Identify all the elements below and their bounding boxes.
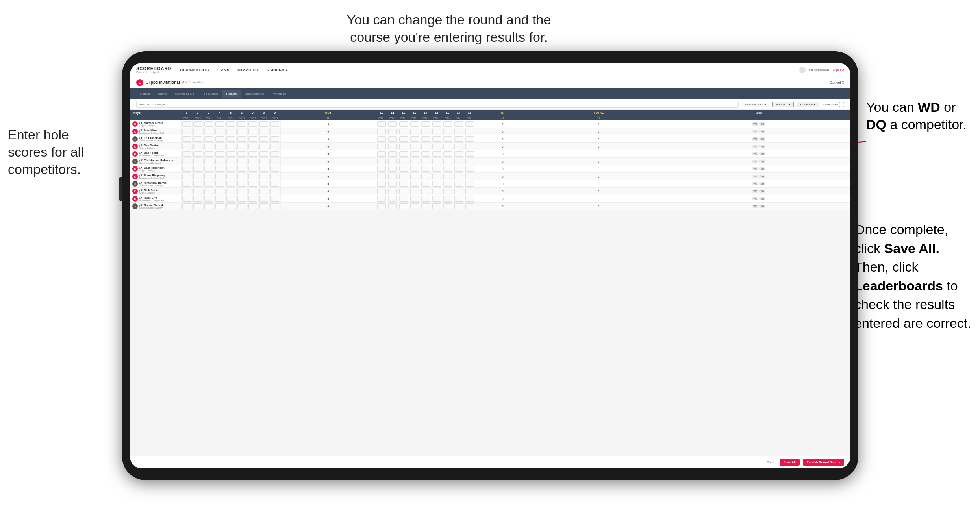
score-input-hole-7[interactable]	[248, 144, 257, 149]
score-input-hole-4[interactable]	[215, 181, 224, 187]
score-input-hole-9[interactable]	[270, 196, 279, 202]
tab-results[interactable]: Results	[222, 90, 241, 98]
score-hole-3[interactable]	[203, 188, 214, 195]
score-hole-17[interactable]	[453, 203, 464, 210]
score-hole-2[interactable]	[192, 203, 203, 210]
score-input-hole-3[interactable]	[204, 136, 213, 142]
score-input-hole-11[interactable]	[388, 129, 397, 134]
score-hole-14[interactable]	[420, 188, 431, 195]
publish-button[interactable]: Publish Round Scores	[803, 459, 844, 466]
score-hole-15[interactable]	[431, 128, 442, 135]
score-input-hole-18[interactable]	[465, 174, 474, 179]
score-input-hole-6[interactable]	[237, 159, 246, 164]
score-hole-14[interactable]	[420, 158, 431, 165]
score-input-hole-6[interactable]	[237, 121, 246, 127]
score-hole-17[interactable]	[453, 120, 464, 128]
score-hole-15[interactable]	[431, 165, 442, 173]
score-input-hole-12[interactable]	[399, 151, 408, 157]
score-input-hole-8[interactable]	[259, 196, 268, 202]
score-hole-12[interactable]	[398, 173, 409, 180]
score-hole-9[interactable]	[269, 128, 280, 135]
score-input-hole-3[interactable]	[204, 203, 213, 209]
score-hole-11[interactable]	[387, 143, 398, 150]
dq-button[interactable]: DQ	[759, 130, 765, 133]
score-hole-2[interactable]	[192, 150, 203, 158]
score-input-hole-14[interactable]	[421, 159, 430, 164]
score-hole-17[interactable]	[453, 150, 464, 158]
score-input-hole-5[interactable]	[226, 166, 235, 172]
score-hole-5[interactable]	[225, 173, 236, 180]
score-input-hole-18[interactable]	[465, 166, 474, 172]
score-input-hole-8[interactable]	[259, 181, 268, 187]
score-hole-7[interactable]	[247, 143, 258, 150]
score-hole-8[interactable]	[258, 120, 269, 128]
score-hole-12[interactable]	[398, 143, 409, 150]
score-input-hole-16[interactable]	[443, 189, 452, 194]
score-hole-13[interactable]	[409, 120, 420, 128]
score-hole-16[interactable]	[442, 128, 453, 135]
score-hole-1[interactable]	[181, 195, 192, 203]
score-input-hole-9[interactable]	[270, 181, 279, 187]
score-input-hole-9[interactable]	[270, 129, 279, 134]
tab-tee-groups[interactable]: Tee Groups	[198, 90, 222, 98]
score-hole-9[interactable]	[269, 158, 280, 165]
score-input-hole-8[interactable]	[259, 203, 268, 209]
score-hole-1[interactable]	[181, 173, 192, 180]
score-hole-5[interactable]	[225, 135, 236, 143]
score-hole-9[interactable]	[269, 173, 280, 180]
cancel-button[interactable]: Cancel X	[830, 81, 844, 85]
score-input-hole-4[interactable]	[215, 151, 224, 157]
score-input-hole-1[interactable]	[182, 203, 191, 209]
score-hole-6[interactable]	[236, 165, 247, 173]
score-input-hole-12[interactable]	[399, 203, 408, 209]
score-hole-5[interactable]	[225, 180, 236, 188]
score-hole-10[interactable]	[376, 150, 387, 158]
score-hole-15[interactable]	[431, 173, 442, 180]
score-table-wrapper[interactable]: Player 1 2 3 4 5 6 7 8 9 OUT 10 11 12	[130, 110, 850, 456]
score-input-hole-12[interactable]	[399, 181, 408, 187]
score-input-hole-15[interactable]	[432, 129, 441, 134]
score-input-hole-1[interactable]	[182, 189, 191, 194]
score-input-hole-3[interactable]	[204, 159, 213, 164]
sign-out-link[interactable]: Sign out	[833, 68, 844, 72]
wd-button[interactable]: WD	[752, 152, 758, 155]
score-hole-17[interactable]	[453, 135, 464, 143]
score-input-hole-15[interactable]	[432, 196, 441, 202]
score-input-hole-11[interactable]	[388, 144, 397, 149]
score-hole-4[interactable]	[214, 188, 225, 195]
score-hole-8[interactable]	[258, 158, 269, 165]
score-hole-18[interactable]	[464, 135, 475, 143]
score-hole-9[interactable]	[269, 188, 280, 195]
score-hole-4[interactable]	[214, 195, 225, 203]
score-hole-17[interactable]	[453, 173, 464, 180]
score-input-hole-17[interactable]	[454, 181, 463, 187]
score-input-hole-5[interactable]	[226, 151, 235, 157]
wd-button[interactable]: WD	[752, 205, 758, 208]
score-input-hole-11[interactable]	[388, 136, 397, 142]
score-hole-3[interactable]	[203, 120, 214, 128]
score-hole-13[interactable]	[409, 195, 420, 203]
score-input-hole-11[interactable]	[388, 189, 397, 194]
score-input-hole-3[interactable]	[204, 181, 213, 187]
score-input-hole-1[interactable]	[182, 174, 191, 179]
dq-button[interactable]: DQ	[759, 137, 765, 141]
score-input-hole-17[interactable]	[454, 159, 463, 164]
score-hole-17[interactable]	[453, 188, 464, 195]
score-input-hole-4[interactable]	[215, 189, 224, 194]
score-input-hole-4[interactable]	[215, 196, 224, 202]
score-hole-18[interactable]	[464, 158, 475, 165]
score-input-hole-18[interactable]	[465, 129, 474, 134]
score-hole-8[interactable]	[258, 173, 269, 180]
score-hole-18[interactable]	[464, 165, 475, 173]
score-hole-13[interactable]	[409, 143, 420, 150]
score-hole-4[interactable]	[214, 120, 225, 128]
score-hole-5[interactable]	[225, 203, 236, 210]
score-input-hole-11[interactable]	[388, 196, 397, 202]
score-input-hole-5[interactable]	[226, 203, 235, 209]
score-input-hole-13[interactable]	[410, 181, 419, 187]
score-hole-6[interactable]	[236, 128, 247, 135]
score-hole-2[interactable]	[192, 188, 203, 195]
score-input-hole-6[interactable]	[237, 203, 246, 209]
score-hole-16[interactable]	[442, 150, 453, 158]
score-input-hole-8[interactable]	[259, 166, 268, 172]
